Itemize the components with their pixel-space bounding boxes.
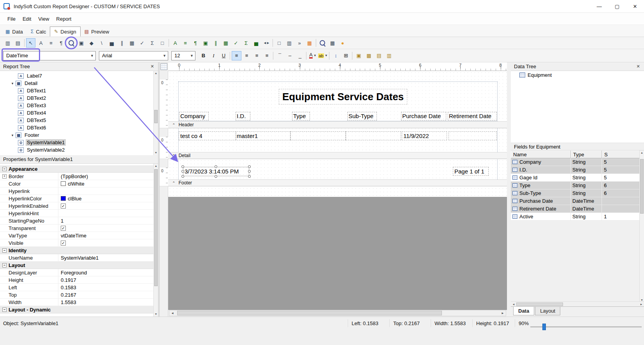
fields-column-s[interactable]: S xyxy=(602,150,640,158)
tree-item-dbtext5[interactable]: ADBText5 xyxy=(0,117,153,124)
memo-tool[interactable]: ≡ xyxy=(46,38,56,48)
report-page[interactable]: Equipment Service Dates ⌃ Header ⌃ Detai… xyxy=(168,71,507,197)
dbrichtext-tool[interactable]: ¶ xyxy=(191,38,200,48)
dbmemo-tool[interactable]: ≡ xyxy=(181,38,190,48)
close-icon[interactable]: ✕ xyxy=(635,64,641,69)
font-size-combo[interactable]: 12 ▼ xyxy=(171,51,195,60)
field-row-type[interactable]: TypeString6 xyxy=(511,182,640,189)
scroll-up-icon[interactable]: ▲ xyxy=(640,150,644,155)
property-group-layout[interactable]: −Layout xyxy=(0,262,153,269)
property-value[interactable]: SystemVariable1 xyxy=(58,254,153,261)
chevron-down-icon[interactable]: ▼ xyxy=(161,54,168,58)
selection-handle-ne[interactable] xyxy=(248,165,251,168)
collapse-icon[interactable]: − xyxy=(2,248,7,253)
collapse-icon[interactable]: − xyxy=(2,167,7,171)
tree-item-dbtext2[interactable]: ADBText2 xyxy=(0,94,153,102)
property-designlayer[interactable]: DesignLayerForeground xyxy=(0,269,153,276)
datetime-field[interactable]: 3/7/2023 3:14:05 PM xyxy=(183,167,249,176)
property-group-identity[interactable]: −Identity xyxy=(0,247,153,254)
selection-handle-e[interactable] xyxy=(248,170,251,173)
detail-field-4[interactable] xyxy=(346,131,401,140)
detail-band-bar[interactable]: ⌃ Detail xyxy=(168,152,507,159)
detail-field-5[interactable]: 11/9/2022 xyxy=(402,131,447,140)
report-title-label[interactable]: Equipment Service Dates xyxy=(279,89,407,104)
selection-handle-sw[interactable] xyxy=(181,175,184,178)
menu-edit[interactable]: Edit xyxy=(19,14,35,23)
scrollbar-thumb[interactable] xyxy=(177,311,442,315)
report-tree-scrollbar[interactable]: ▲ ▼ xyxy=(153,71,158,155)
menu-file[interactable]: File xyxy=(4,14,19,23)
system-variable-tool[interactable] xyxy=(67,38,76,48)
underline-button[interactable]: U xyxy=(219,51,229,60)
selection-handle-nw[interactable] xyxy=(181,165,184,168)
property-width[interactable]: Width1.5583 xyxy=(0,299,153,306)
property-height[interactable]: Height0.1917 xyxy=(0,276,153,284)
detail-field-1[interactable]: test co 4 xyxy=(179,131,236,140)
dbtext-tool[interactable]: A xyxy=(171,38,180,48)
pagestyle-tool[interactable]: □ xyxy=(158,38,167,48)
property-username[interactable]: UserNameSystemVariable1 xyxy=(0,254,153,262)
scroll-right-icon[interactable]: ► xyxy=(639,303,644,306)
tree-item-dbtext1[interactable]: ADBText1 xyxy=(0,87,153,94)
detail-field-3[interactable] xyxy=(290,131,346,140)
panel-tab-data[interactable]: Data xyxy=(513,307,534,315)
tree-item-dbtext3[interactable]: ADBText3 xyxy=(0,102,153,109)
selection-handle-se[interactable] xyxy=(248,175,251,178)
column-header-company[interactable]: Company xyxy=(179,112,209,120)
detail-field-2[interactable]: master1 xyxy=(235,131,290,140)
column-header-purchase-date[interactable]: Purchase Date xyxy=(401,112,446,120)
canvas-horizontal-scrollbar[interactable]: ◄ ► xyxy=(169,310,506,316)
property-hyperlinkhint[interactable]: HyperlinkHint xyxy=(0,210,153,217)
property-vartype[interactable]: VarTypevtDateTime xyxy=(0,232,153,239)
checkbox-checked-icon[interactable]: ✓ xyxy=(61,241,66,246)
data-tree-panel-toggle[interactable]: ▤ xyxy=(13,38,23,48)
valign-bottom-button[interactable]: _ xyxy=(295,51,305,60)
menu-report[interactable]: Report xyxy=(53,14,75,23)
shape-tool[interactable]: ◆ xyxy=(87,38,96,48)
close-button[interactable]: ✕ xyxy=(626,0,644,12)
line-tool[interactable]: \ xyxy=(97,38,106,48)
property-value[interactable]: 0.1917 xyxy=(58,276,153,283)
tab-calc[interactable]: ΣCalc xyxy=(27,27,50,37)
collapse-icon[interactable]: ▾ xyxy=(10,81,15,85)
property-visible[interactable]: Visible✓ xyxy=(0,239,153,247)
anchor-button[interactable]: ↕ xyxy=(331,51,341,60)
property-value[interactable]: 0.2167 xyxy=(58,291,153,298)
scrollbar-thumb[interactable] xyxy=(516,303,563,306)
column-header-retirement-date[interactable]: Retirement Date xyxy=(448,112,497,120)
field-row-company[interactable]: CompanyString5 xyxy=(511,158,640,166)
fields-scrollbar[interactable]: ▲ ▼ xyxy=(639,150,644,303)
property-group-appearance[interactable]: −Appearance xyxy=(0,165,153,173)
italic-button[interactable]: I xyxy=(209,51,218,60)
scroll-up-icon[interactable]: ▲ xyxy=(154,164,158,168)
barcode-tool[interactable]: ∥ xyxy=(117,38,127,48)
tab-data[interactable]: ▦Data xyxy=(2,27,27,37)
collapse-icon[interactable]: − xyxy=(2,263,7,267)
property-hyperlink[interactable]: Hyperlink xyxy=(0,188,153,195)
dbnavigator-tool[interactable]: ◄► xyxy=(262,38,271,48)
grid-options-tool[interactable]: ▦ xyxy=(328,38,337,48)
property-value[interactable]: (TppBorder) xyxy=(58,173,153,180)
fields-column-name[interactable]: Name xyxy=(511,150,571,158)
property-value[interactable] xyxy=(58,210,153,217)
property-hyperlinkenabled[interactable]: HyperlinkEnabled✓ xyxy=(0,202,153,210)
selection-handle-n[interactable] xyxy=(215,165,217,168)
close-icon[interactable]: ✕ xyxy=(150,64,155,69)
column-header-sub-type[interactable]: Sub-Type xyxy=(347,112,377,120)
valign-middle-button[interactable]: – xyxy=(285,51,295,60)
chart-tool[interactable]: ▅ xyxy=(107,38,116,48)
pagebreak-tool[interactable]: » xyxy=(295,38,304,48)
minimize-button[interactable]: — xyxy=(590,0,608,12)
property-startingpageno[interactable]: StartingPageNo1 xyxy=(0,217,153,225)
tab-design[interactable]: ✎Design xyxy=(50,27,81,37)
chevron-down-icon[interactable]: ▼ xyxy=(313,54,317,57)
dbimage-tool[interactable]: ▣ xyxy=(201,38,210,48)
send-to-back-button[interactable]: ▩ xyxy=(364,51,374,60)
collapse-icon[interactable]: − xyxy=(2,308,7,312)
calc-tool[interactable]: Σ xyxy=(148,38,157,48)
property-group-layout-dynamic[interactable]: −Layout - Dynamic xyxy=(0,306,153,313)
tree-item-systemvariable1[interactable]: ⊙SystemVariable1 xyxy=(0,139,153,146)
chevron-down-icon[interactable]: ▼ xyxy=(89,54,95,58)
property-left[interactable]: Left0.1583 xyxy=(0,284,153,291)
detail-field-6[interactable] xyxy=(449,131,497,140)
